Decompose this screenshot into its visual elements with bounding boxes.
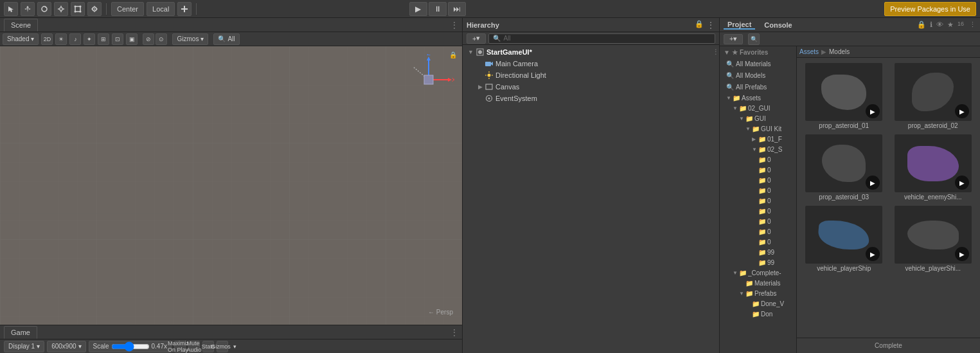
console-tab[interactable]: Console <box>760 21 796 29</box>
tool-move[interactable] <box>21 2 35 16</box>
folder-99b[interactable]: 📁99 <box>720 257 796 267</box>
audio-btn[interactable]: ♪ <box>69 33 81 45</box>
scene-extra3[interactable]: ▣ <box>126 33 138 45</box>
project-search-btn[interactable]: 🔍 <box>748 33 760 45</box>
2d-toggle[interactable]: 2D <box>41 33 53 45</box>
scene-panel-menu[interactable]: ⋮ <box>450 21 458 30</box>
game-tab[interactable]: Game <box>4 326 37 339</box>
play-button[interactable]: ▶ <box>409 2 427 16</box>
folder-sub8[interactable]: 📁0 <box>720 226 796 237</box>
asset-play-01[interactable]: ▶ <box>866 104 880 118</box>
persp-label: ← Persp <box>428 309 453 316</box>
folder-sub1[interactable]: 📁0 <box>720 154 796 165</box>
tool-rect[interactable] <box>71 2 85 16</box>
scene-extra2[interactable]: ⊡ <box>112 33 123 45</box>
asset-play-player[interactable]: ▶ <box>866 247 880 261</box>
folder-sub5[interactable]: 📁0 <box>720 195 796 206</box>
space-local-btn[interactable]: Local <box>147 2 175 16</box>
folder-sub2[interactable]: 📁0 <box>720 165 796 175</box>
hierarchy-search-box[interactable]: 🔍 All <box>488 33 715 44</box>
folder-materials[interactable]: 📁 Materials <box>720 278 796 288</box>
asset-play-03[interactable]: ▶ <box>866 176 880 190</box>
display-dropdown[interactable]: Display 1 ▾ <box>4 341 44 352</box>
scene-hide-btn[interactable]: ⊘ <box>143 33 154 45</box>
scale-slider[interactable] <box>111 343 150 350</box>
hierarchy-item-eventsystem[interactable]: EventSystem <box>463 93 719 104</box>
scene-right-tools: ⊘ ⊙ <box>143 33 167 45</box>
hierarchy-item-main-camera[interactable]: Main Camera <box>463 58 719 69</box>
project-menu[interactable]: ⋮ <box>969 21 976 29</box>
folder-02gui[interactable]: ▼ 📁 02_GUI <box>720 103 796 113</box>
project-tab[interactable]: Project <box>724 21 755 30</box>
hierarchy-item-directional-light[interactable]: Directional Light <box>463 69 719 81</box>
resolution-dropdown[interactable]: 600x900 ▾ <box>47 341 85 352</box>
folder-01f[interactable]: ▶ 📁 01_F <box>720 134 796 144</box>
hierarchy-add-btn[interactable]: + ▾ <box>467 33 486 44</box>
project-info-icon[interactable]: ℹ <box>930 21 932 29</box>
game-panel-menu[interactable]: ⋮ <box>450 328 458 337</box>
all-materials-label: All Materials <box>736 60 771 68</box>
folder-prefabs[interactable]: ▼ 📁 Prefabs <box>720 288 796 298</box>
asset-asteroid-03[interactable]: ▶ prop_asteroid_03 <box>801 133 887 202</box>
asset-play-02[interactable]: ▶ <box>955 104 969 118</box>
folder-sub9[interactable]: 📁0 <box>720 237 796 247</box>
folder-icon-prefabs: 📁 <box>745 290 753 297</box>
lighting-btn[interactable]: ☀ <box>55 33 67 45</box>
asset-play-enemy[interactable]: ▶ <box>955 176 969 190</box>
shade-mode-dropdown[interactable]: Shaded ▾ <box>3 33 39 45</box>
folder-donev[interactable]: 📁 Done_V <box>720 298 796 309</box>
project-size-label: 16 <box>958 21 964 29</box>
folder-icon-01f: 📁 <box>758 136 766 143</box>
folder-sub4[interactable]: 📁0 <box>720 185 796 195</box>
scene-menu[interactable]: ⋮ <box>712 48 719 57</box>
hierarchy-lock-icon[interactable]: 🔒 <box>695 20 704 30</box>
pivot-center-btn[interactable]: Center <box>111 2 144 16</box>
folder-sub3[interactable]: 📁0 <box>720 175 796 185</box>
asset-asteroid-01[interactable]: ▶ prop_asteroid_01 <box>801 62 887 131</box>
asset-player-ship-2[interactable]: ▶ vehicle_playerShi... <box>890 204 977 273</box>
tool-scale[interactable] <box>54 2 68 16</box>
mute-audio-btn[interactable]: Mute Audio <box>188 341 200 352</box>
folder-assets[interactable]: ▼ 📁 Assets <box>720 93 796 103</box>
project-eye-icon[interactable]: 👁 <box>936 21 943 29</box>
scene-viewport[interactable]: Z X ← Persp 🔒 <box>0 46 462 325</box>
hierarchy-item-canvas[interactable]: ▶ Canvas <box>463 81 719 93</box>
gizmos-dropdown[interactable]: Gizmos ▾ <box>172 33 208 45</box>
all-dropdown[interactable]: 🔍 All <box>213 33 239 45</box>
asset-player-ship[interactable]: ▶ vehicle_playerShip <box>801 204 887 273</box>
project-star-icon[interactable]: ★ <box>947 21 954 29</box>
pause-button[interactable]: ⏸ <box>429 2 447 16</box>
tool-rotate[interactable] <box>37 2 51 16</box>
folder-sub6[interactable]: 📁0 <box>720 206 796 216</box>
tool-transform[interactable] <box>87 2 102 16</box>
canvas-icon <box>485 82 494 91</box>
folder-99a[interactable]: 📁99 <box>720 247 796 257</box>
gizmos-game-btn[interactable]: Gizmos ▾ <box>217 341 228 352</box>
scene-extras-btn[interactable]: ⊙ <box>156 33 167 45</box>
project-add-btn[interactable]: +▾ <box>724 34 743 44</box>
preview-packages-btn[interactable]: Preview Packages in Use <box>884 2 976 16</box>
tool-select[interactable] <box>4 2 18 16</box>
scale-dropdown[interactable]: Scale 0.47x <box>89 341 172 352</box>
tool-extra[interactable] <box>177 2 192 16</box>
fx-btn[interactable]: ✦ <box>84 33 95 45</box>
scene-extra1[interactable]: ⊞ <box>98 33 109 45</box>
asset-asteroid-02[interactable]: ▶ prop_asteroid_02 <box>890 62 977 131</box>
folder-gui[interactable]: ▼ 📁 GUI <box>720 113 796 123</box>
folder-sub7[interactable]: 📁0 <box>720 216 796 226</box>
project-lock-icon[interactable]: 🔒 <box>917 21 926 29</box>
folder-don[interactable]: 📁 Don <box>720 309 796 319</box>
hierarchy-menu-icon[interactable]: ⋮ <box>706 20 715 30</box>
scene-tab[interactable]: Scene <box>4 19 38 32</box>
folder-guikit[interactable]: ▼ 📁 GUI Kit <box>720 123 796 134</box>
step-button[interactable]: ⏭ <box>448 2 466 16</box>
all-materials-item[interactable]: 🔍 All Materials <box>720 58 796 69</box>
all-models-item[interactable]: 🔍 All Models <box>720 69 796 81</box>
hierarchy-scene-root[interactable]: ▼ StartGameUI* ⋮ <box>463 46 719 58</box>
asset-play-player2[interactable]: ▶ <box>955 247 969 261</box>
folder-02s[interactable]: ▼ 📁 02_S <box>720 144 796 154</box>
breadcrumb-root[interactable]: Assets <box>799 48 819 55</box>
asset-enemy-ship[interactable]: ▶ vehicle_enemyShi... <box>890 133 977 202</box>
all-prefabs-item[interactable]: 🔍 All Prefabs <box>720 81 796 93</box>
folder-complete[interactable]: ▼ 📁 _Complete- <box>720 267 796 278</box>
